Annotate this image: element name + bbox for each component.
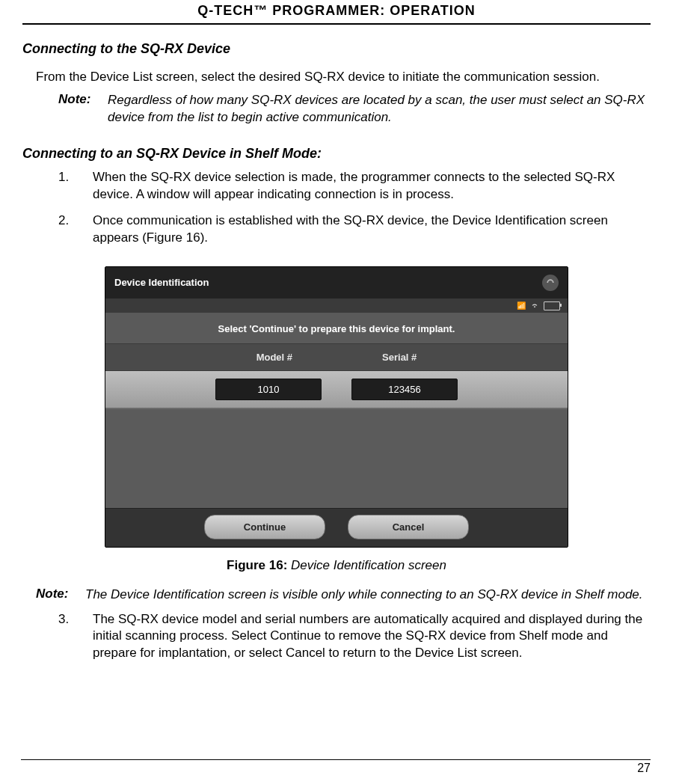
device-screenshot: Device Identification 📶 Select 'Continue… (105, 266, 568, 548)
step-text: The SQ-RX device model and serial number… (93, 611, 651, 663)
battery-icon (544, 301, 560, 310)
serial-value: 123456 (351, 379, 458, 400)
page-header: Q-TECH™ PROGRAMMER: OPERATION (22, 0, 651, 25)
device-title: Device Identification (114, 277, 209, 288)
device-statusbar: 📶 (105, 298, 568, 313)
step-text: Once communication is established with t… (93, 212, 651, 247)
step-text: When the SQ-RX device selection is made,… (93, 169, 651, 203)
device-instruction: Select 'Continue' to prepare this device… (105, 313, 568, 343)
note-text: The Device Identification screen is visi… (85, 587, 643, 604)
note-label: Note: (58, 92, 108, 126)
step-number: 1. (58, 169, 93, 203)
intro-text: From the Device List screen, select the … (36, 69, 651, 86)
model-value: 1010 (215, 379, 322, 400)
section-title: Connecting to the SQ-RX Device (22, 41, 651, 57)
figure-16: Device Identification 📶 Select 'Continue… (105, 266, 568, 573)
device-column-headers: Model # Serial # (105, 343, 568, 371)
col-serial: Serial # (382, 352, 417, 363)
step-number: 3. (58, 611, 93, 663)
cancel-button[interactable]: Cancel (348, 515, 469, 539)
step-number: 2. (58, 212, 93, 247)
continue-button[interactable]: Continue (204, 515, 325, 539)
device-data-row: 1010 123456 (105, 371, 568, 409)
wifi-icon (530, 301, 539, 310)
note-2: Note: The Device Identification screen i… (36, 587, 651, 604)
figure-label: Figure 16: (227, 558, 287, 572)
note-text: Regardless of how many SQ-RX devices are… (108, 92, 651, 126)
subheading: Connecting to an SQ-RX Device in Shelf M… (22, 146, 651, 162)
list-item: 1. When the SQ-RX device selection is ma… (58, 169, 651, 203)
note-label: Note: (36, 587, 85, 604)
scan-icon (542, 275, 559, 291)
ordered-list: 1. When the SQ-RX device selection is ma… (58, 169, 651, 247)
list-item: 2. Once communication is established wit… (58, 212, 651, 247)
figure-text: Device Identification screen (287, 558, 446, 572)
device-empty-area (105, 409, 568, 508)
ordered-list-continued: 3. The SQ-RX device model and serial num… (58, 611, 651, 663)
page-number: 27 (21, 759, 651, 775)
list-item: 3. The SQ-RX device model and serial num… (58, 611, 651, 663)
device-titlebar: Device Identification (105, 267, 568, 298)
figure-caption: Figure 16: Device Identification screen (105, 558, 568, 573)
signal-icon: 📶 (517, 301, 526, 310)
note-1: Note: Regardless of how many SQ-RX devic… (58, 92, 651, 126)
device-button-bar: Continue Cancel (105, 508, 568, 547)
col-model: Model # (256, 352, 292, 363)
